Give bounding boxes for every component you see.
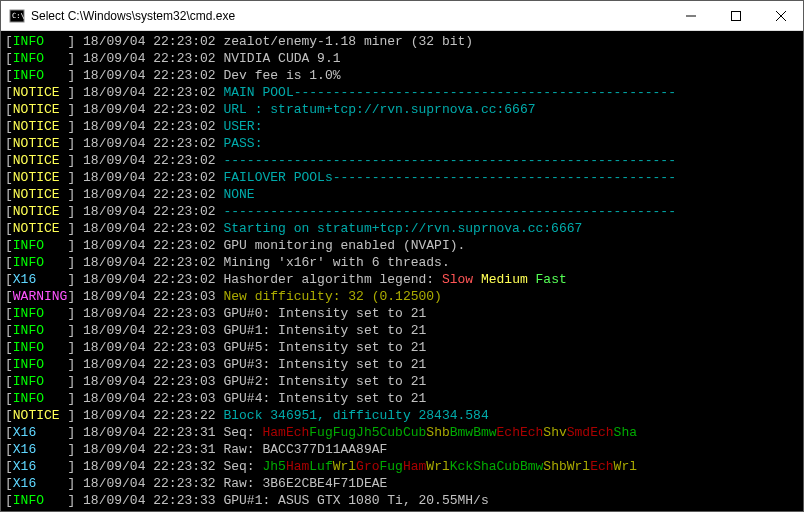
log-segment: Jh5 (262, 459, 285, 474)
log-line: [X16 ] 18/09/04 22:23:32 Seq: Jh5HamLufW… (5, 458, 799, 475)
log-segment: Hashorder algorithm legend: (223, 272, 441, 287)
log-timestamp: 18/09/04 22:23:02 (83, 204, 223, 219)
log-tag: INFO (13, 34, 68, 49)
log-segment: FAILOVER POOLs--------------------------… (223, 170, 675, 185)
log-segment: Fug (380, 459, 403, 474)
log-segment: ----------------------------------------… (223, 153, 675, 168)
log-segment: Kck (450, 459, 473, 474)
log-segment: Raw: BACC377D11AA89AF (223, 442, 387, 457)
log-line: [INFO ] 18/09/04 22:23:03 GPU#3: Intensi… (5, 356, 799, 373)
maximize-button[interactable] (713, 1, 758, 30)
log-segment: Raw: 3B6E2CBE4F71DEAE (223, 476, 387, 491)
log-line: [NOTICE ] 18/09/04 22:23:02 Starting on … (5, 220, 799, 237)
log-segment: Fast (536, 272, 567, 287)
log-segment: Cub (403, 425, 426, 440)
minimize-button[interactable] (668, 1, 713, 30)
log-segment: GPU#3: Intensity set to 21 (223, 357, 426, 372)
log-segment: Wrl (614, 459, 637, 474)
log-timestamp: 18/09/04 22:23:03 (83, 340, 223, 355)
log-segment: GPU#2: Intensity set to 21 (223, 374, 426, 389)
log-line: [NOTICE ] 18/09/04 22:23:02 USER: (5, 118, 799, 135)
log-timestamp: 18/09/04 22:23:03 (83, 306, 223, 321)
log-timestamp: 18/09/04 22:23:02 (83, 136, 223, 151)
log-segment: Ham (262, 425, 285, 440)
log-segment: URL : stratum+tcp://rvn.suprnova.cc:6667 (223, 102, 535, 117)
log-line: [INFO ] 18/09/04 22:23:02 zealot/enemy-1… (5, 33, 799, 50)
log-timestamp: 18/09/04 22:23:03 (83, 357, 223, 372)
log-tag: X16 (13, 476, 68, 491)
log-segment: Bmw (520, 459, 543, 474)
log-tag: NOTICE (13, 153, 68, 168)
log-tag: NOTICE (13, 221, 68, 236)
log-line: [NOTICE ] 18/09/04 22:23:02 ------------… (5, 152, 799, 169)
log-line: [INFO ] 18/09/04 22:23:03 GPU#0: Intensi… (5, 305, 799, 322)
log-segment: GPU#0: Intensity set to 21 (223, 306, 426, 321)
log-line: [INFO ] 18/09/04 22:23:03 GPU#1: Intensi… (5, 322, 799, 339)
log-tag: INFO (13, 493, 68, 508)
log-segment: ----------------------------------------… (223, 204, 675, 219)
log-tag: X16 (13, 442, 68, 457)
terminal-output[interactable]: [INFO ] 18/09/04 22:23:02 zealot/enemy-1… (1, 31, 803, 511)
log-segment: Ech (497, 425, 520, 440)
log-timestamp: 18/09/04 22:23:03 (83, 289, 223, 304)
log-line: [NOTICE ] 18/09/04 22:23:22 Block 346951… (5, 407, 799, 424)
log-timestamp: 18/09/04 22:23:03 (83, 323, 223, 338)
log-line: [NOTICE ] 18/09/04 22:23:02 FAILOVER POO… (5, 169, 799, 186)
log-timestamp: 18/09/04 22:23:31 (83, 442, 223, 457)
log-tag: INFO (13, 323, 68, 338)
log-tag: NOTICE (13, 408, 68, 423)
log-tag: NOTICE (13, 204, 68, 219)
log-tag: NOTICE (13, 119, 68, 134)
log-tag: X16 (13, 272, 68, 287)
log-timestamp: 18/09/04 22:23:02 (83, 51, 223, 66)
log-segment: Shb (426, 425, 449, 440)
log-line: [NOTICE ] 18/09/04 22:23:02 ------------… (5, 203, 799, 220)
window-controls (668, 1, 803, 30)
log-line: [INFO ] 18/09/04 22:23:03 GPU#2: Intensi… (5, 373, 799, 390)
log-segment: Wrl (567, 459, 590, 474)
log-segment: Sha (614, 425, 637, 440)
log-tag: NOTICE (13, 102, 68, 117)
log-tag: INFO (13, 340, 68, 355)
log-segment: GPU#5: Intensity set to 21 (223, 340, 426, 355)
log-tag: INFO (13, 238, 68, 253)
log-segment: Bmw (473, 425, 496, 440)
log-timestamp: 18/09/04 22:23:02 (83, 272, 223, 287)
log-tag: X16 (13, 459, 68, 474)
log-line: [INFO ] 18/09/04 22:23:02 NVIDIA CUDA 9.… (5, 50, 799, 67)
log-segment: Shv (543, 425, 566, 440)
log-tag: NOTICE (13, 136, 68, 151)
log-segment: Jh5 (356, 425, 379, 440)
log-segment: MAIN POOL-------------------------------… (223, 85, 675, 100)
close-button[interactable] (758, 1, 803, 30)
log-segment: Wrl (333, 459, 356, 474)
log-line: [INFO ] 18/09/04 22:23:02 GPU monitoring… (5, 237, 799, 254)
log-timestamp: 18/09/04 22:23:32 (83, 476, 223, 491)
log-segment: Cub (497, 459, 520, 474)
log-timestamp: 18/09/04 22:23:32 (83, 459, 223, 474)
log-line: [NOTICE ] 18/09/04 22:23:02 PASS: (5, 135, 799, 152)
log-line: [X16 ] 18/09/04 22:23:31 Seq: HamEchFugF… (5, 424, 799, 441)
log-timestamp: 18/09/04 22:23:02 (83, 102, 223, 117)
log-timestamp: 18/09/04 22:23:03 (83, 374, 223, 389)
log-timestamp: 18/09/04 22:23:02 (83, 187, 223, 202)
log-tag: INFO (13, 391, 68, 406)
log-line: [NOTICE ] 18/09/04 22:23:02 NONE (5, 186, 799, 203)
log-timestamp: 18/09/04 22:23:31 (83, 425, 223, 440)
log-line: [INFO ] 18/09/04 22:23:33 GPU#1: ASUS GT… (5, 492, 799, 509)
log-timestamp: 18/09/04 22:23:02 (83, 68, 223, 83)
log-line: [X16 ] 18/09/04 22:23:02 Hashorder algor… (5, 271, 799, 288)
log-segment: Seq: (223, 425, 262, 440)
log-segment: Starting on stratum+tcp://rvn.suprnova.c… (223, 221, 582, 236)
log-timestamp: 18/09/04 22:23:02 (83, 238, 223, 253)
log-line: [WARNING] 18/09/04 22:23:03 New difficul… (5, 288, 799, 305)
log-segment: Shb (543, 459, 566, 474)
log-tag: NOTICE (13, 170, 68, 185)
log-segment: GPU#1: ASUS GTX 1080 Ti, 20.55MH/s (223, 493, 488, 508)
log-segment: USER: (223, 119, 262, 134)
titlebar[interactable]: C:\ Select C:\Windows\system32\cmd.exe (1, 1, 803, 31)
log-timestamp: 18/09/04 22:23:02 (83, 221, 223, 236)
log-segment: Ech (590, 459, 613, 474)
log-tag: NOTICE (13, 85, 68, 100)
log-segment: Slow (442, 272, 481, 287)
